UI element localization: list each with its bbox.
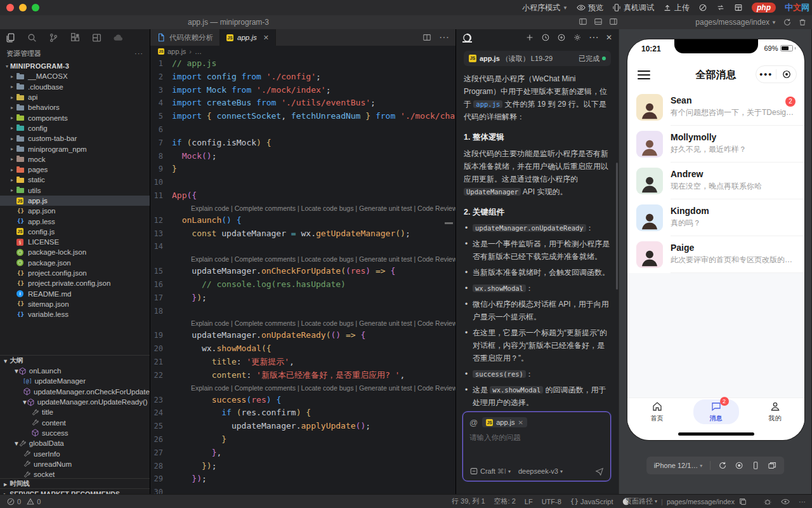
codelens-action[interactable]: Explain code	[191, 384, 229, 392]
tree-file-LICENSE[interactable]: §LICENSE	[0, 237, 150, 247]
menu-icon[interactable]	[638, 68, 650, 82]
codelens-action[interactable]: Explain code	[191, 204, 229, 212]
upload-button[interactable]: 上传	[663, 3, 690, 13]
ai-close-icon[interactable]: ✕	[606, 33, 612, 42]
warnings-indicator[interactable]: 0	[26, 497, 41, 506]
outline-item-updateManager[interactable]: [@]updateManager	[0, 376, 150, 386]
split-editor-icon[interactable]	[422, 33, 431, 42]
codelens-action[interactable]: Complete comments	[235, 384, 296, 392]
extensions-icon[interactable]	[70, 32, 81, 43]
mode-selector[interactable]: 小程序模式▼	[522, 3, 568, 13]
remote-debug-button[interactable]: 真机调试	[612, 3, 654, 13]
codelens-action[interactable]: Generate unit test	[359, 384, 412, 392]
copy-path-icon[interactable]	[738, 497, 747, 506]
record-icon[interactable]	[735, 461, 743, 470]
debug-icon[interactable]	[763, 497, 772, 506]
codelens-action[interactable]: Code Review	[417, 319, 455, 327]
tree-file-sitemap.json[interactable]: {}sitemap.json	[0, 299, 150, 309]
message-row-mollymolly[interactable]: Mollymolly好久不见，最近咋样？	[627, 126, 804, 163]
craft-logo-icon[interactable]	[462, 33, 472, 43]
tree-folder-.cloudbase[interactable]: ▸.cloudbase	[0, 82, 150, 92]
capsule-close-icon[interactable]	[776, 70, 796, 79]
tree-folder-pages[interactable]: ▸pages	[0, 164, 150, 175]
ai-input-box[interactable]: @ JS app.js ✕ 请输入你的问题 Craft ⌘I ▾ deepsee…	[462, 411, 611, 481]
device-selector[interactable]: iPhone 12/1…▾	[654, 462, 703, 469]
eol-indicator[interactable]: LF	[525, 498, 533, 505]
code-editor[interactable]: 1// app.js2import config from './config'…	[150, 57, 455, 494]
tree-folder-components[interactable]: ▸components	[0, 112, 150, 123]
maximize-window-button[interactable]	[32, 4, 39, 11]
tree-folder-custom-tab-bar[interactable]: ▸custom-tab-bar	[0, 133, 150, 144]
outline-item-unreadNum[interactable]: unreadNum	[0, 459, 150, 469]
settings-gear-icon[interactable]	[573, 33, 582, 42]
tree-folder-api[interactable]: ▸api	[0, 92, 150, 102]
cloud-service-icon[interactable]	[113, 32, 124, 43]
context-file-chip[interactable]: JS app.js （读取） L19-29 已完成	[464, 51, 611, 66]
mention-icon[interactable]: @	[469, 418, 478, 427]
minimize-window-button[interactable]	[19, 4, 27, 11]
tree-file-app.json[interactable]: {}app.json	[0, 206, 150, 216]
page-path-dropdown[interactable]: 页面路径▾	[625, 497, 657, 506]
outline-item-onLaunch[interactable]: ▾onLaunch	[0, 366, 150, 376]
panel-grid-icon[interactable]	[734, 3, 743, 12]
tree-folder-config[interactable]: ▸config	[0, 123, 150, 133]
explorer-icon[interactable]	[5, 32, 16, 43]
codelens-action[interactable]: Locate code bugs	[301, 319, 354, 327]
codelens-action[interactable]: Generate unit test	[359, 255, 412, 263]
tree-folder-utils[interactable]: ▸utils	[0, 185, 150, 196]
codelens-action[interactable]: Locate code bugs	[301, 384, 354, 392]
message-row-paige[interactable]: Paige此次要评审的首页和专区页改版的交互方案	[627, 236, 804, 273]
breadcrumb[interactable]: JS app.js › …	[150, 46, 455, 57]
source-control-icon[interactable]	[48, 32, 59, 43]
search-icon[interactable]	[27, 32, 37, 43]
move-panel-icon[interactable]	[557, 33, 566, 42]
ai-scrollbar[interactable]	[616, 163, 618, 290]
phone-simulator[interactable]: 10:21 69% 全部消息 ●●● Sean有个问题想咨询一下，关于TDesi…	[627, 39, 804, 440]
device-frame-icon[interactable]	[751, 461, 760, 470]
tree-folder-__MACOSX[interactable]: ▸__MACOSX	[0, 71, 150, 81]
outline-item-globalData[interactable]: ▾globalData	[0, 438, 150, 448]
outline-section-header[interactable]: ▾大纲	[0, 355, 150, 366]
tree-folder-mock[interactable]: ▸mock	[0, 154, 150, 164]
codelens-action[interactable]: Locate code bugs	[301, 204, 354, 212]
outline-item-content[interactable]: content	[0, 417, 150, 427]
codelens-action[interactable]: Locate code bugs	[301, 255, 354, 263]
tree-file-README.md[interactable]: iREADME.md	[0, 289, 150, 299]
tab-code-dependency[interactable]: 代码依赖分析	[150, 29, 220, 46]
message-row-andrew[interactable]: Andrew现在没空，晚点再联系你哈	[627, 163, 804, 199]
outline-item-success[interactable]: success	[0, 428, 150, 438]
close-window-button[interactable]	[6, 4, 14, 11]
page-path-selector[interactable]: pages/message/index▼	[695, 18, 776, 27]
history-icon[interactable]	[541, 33, 550, 42]
eye-icon[interactable]	[781, 497, 790, 506]
indentation[interactable]: 空格: 2	[494, 497, 516, 506]
tree-file-package-lock.json[interactable]: ⬡package-lock.json	[0, 247, 150, 257]
tab-消息[interactable]: 2消息	[693, 399, 739, 424]
tree-folder-behaviors[interactable]: ▸behaviors	[0, 102, 150, 112]
codelens-action[interactable]: Generate unit test	[359, 319, 412, 327]
codelens-action[interactable]: Code Review	[417, 384, 455, 392]
encoding-indicator[interactable]: UTF-8	[542, 498, 561, 505]
message-row-sean[interactable]: Sean有个问题想咨询一下，关于TDesign组件…2	[627, 89, 804, 126]
codelens-action[interactable]: Code Review	[417, 255, 455, 263]
errors-indicator[interactable]: 0	[6, 497, 21, 506]
codelens-action[interactable]: Explain code	[191, 319, 229, 327]
remove-chip-icon[interactable]: ✕	[518, 419, 523, 426]
tree-file-app.js[interactable]: JSapp.js	[0, 196, 150, 206]
mode-dropdown[interactable]: Craft ⌘I ▾	[469, 467, 511, 476]
more-actions-icon[interactable]: ···	[134, 50, 143, 57]
refresh-icon[interactable]	[783, 18, 792, 27]
tab-首页[interactable]: 首页	[634, 399, 680, 424]
send-icon[interactable]	[595, 467, 604, 476]
project-root-row[interactable]: ▾MINIPROGRAM-3	[0, 61, 150, 71]
tree-file-app.less[interactable]: {}app.less	[0, 216, 150, 226]
tree-file-variable.less[interactable]: {}variable.less	[0, 309, 150, 319]
close-tab-icon[interactable]: ✕	[263, 34, 269, 42]
ai-input-placeholder[interactable]: 请输入你的问题	[469, 433, 604, 443]
clear-cache-icon[interactable]	[698, 3, 707, 12]
language-mode[interactable]: {}JavaScript	[570, 497, 613, 505]
capsule-more-icon[interactable]: ●●●	[756, 71, 776, 77]
model-dropdown[interactable]: deepseek-v3▾	[518, 467, 563, 475]
status-more-icon[interactable]: ···	[799, 498, 806, 505]
tree-file-project.config.json[interactable]: {}project.config.json	[0, 268, 150, 278]
